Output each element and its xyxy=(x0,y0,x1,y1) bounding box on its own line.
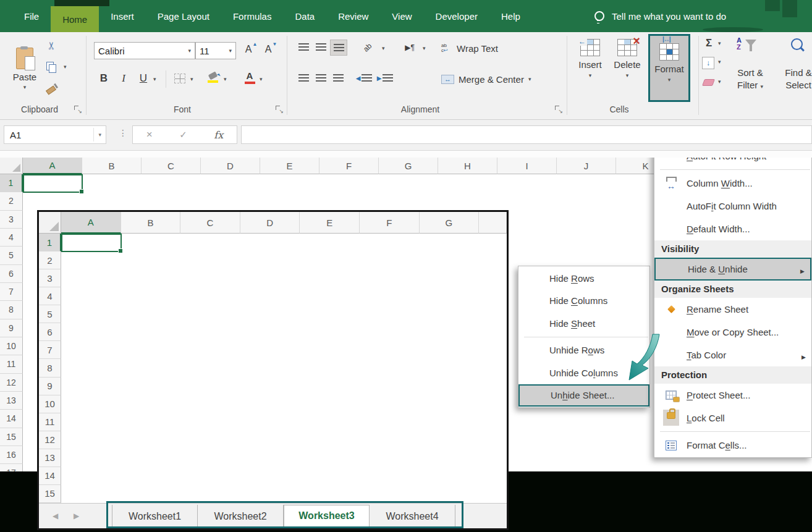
menu-tab-formulas[interactable]: Formulas xyxy=(221,0,284,32)
menu-tab-page-layout[interactable]: Page Layout xyxy=(146,0,221,32)
column-header-I[interactable]: I xyxy=(497,158,557,174)
clipboard-dialog-launcher-icon[interactable] xyxy=(74,106,81,112)
row-header-6[interactable]: 6 xyxy=(0,265,23,283)
row-header-8[interactable]: 8 xyxy=(0,301,23,319)
delete-cells-button[interactable]: Delete ▾ xyxy=(609,34,645,102)
row-header-5[interactable]: 5 xyxy=(0,247,23,264)
menu-tab-file[interactable]: File xyxy=(12,0,51,32)
format-menu-item-rename-sheet[interactable]: Rename Sheet xyxy=(654,298,811,321)
align-center-button[interactable] xyxy=(313,70,329,85)
row-header-4[interactable]: 4 xyxy=(0,229,23,247)
row-header-17[interactable]: 17 xyxy=(0,464,23,471)
font-size-select[interactable]: 11 ▾ xyxy=(195,42,236,59)
row-header-1[interactable]: 1 xyxy=(0,174,23,192)
column-header-E[interactable]: E xyxy=(260,158,319,174)
row-header-9[interactable]: 9 xyxy=(0,319,23,337)
formula-bar-grip-icon[interactable]: ⋮ xyxy=(119,128,127,138)
font-color-button[interactable]: A xyxy=(242,69,257,87)
sort-filter-button[interactable]: Sort & Filter ▾ xyxy=(733,67,768,91)
italic-button[interactable]: I xyxy=(116,70,131,87)
font-name-select[interactable]: Calibri ▾ xyxy=(94,42,195,59)
borders-button[interactable] xyxy=(173,72,187,85)
copy-dropdown-icon[interactable]: ▾ xyxy=(64,64,67,70)
select-all-corner[interactable] xyxy=(0,158,23,174)
row-header-14[interactable]: 14 xyxy=(0,410,23,428)
cancel-button[interactable]: × xyxy=(146,129,153,141)
underline-button[interactable]: U xyxy=(136,70,151,87)
column-header-D[interactable]: D xyxy=(201,158,260,174)
menu-tab-view[interactable]: View xyxy=(380,0,423,32)
autosum-button[interactable]: Σ xyxy=(702,37,716,49)
row-header-7[interactable]: 7 xyxy=(0,283,23,301)
row-header-16[interactable]: 16 xyxy=(0,446,23,464)
clear-dropdown-icon[interactable]: ▾ xyxy=(718,79,721,85)
format-menu-item-format-cells[interactable]: Format Cells... xyxy=(654,434,811,457)
find-select-button[interactable]: Find & Select xyxy=(780,67,812,91)
column-header-A[interactable]: A xyxy=(23,158,82,174)
column-header-B[interactable]: B xyxy=(82,158,142,174)
hide-submenu-item-hide-sheet[interactable]: Hide Sheet xyxy=(518,312,649,335)
row-header-13[interactable]: 13 xyxy=(0,392,23,410)
insert-function-button[interactable]: fx xyxy=(214,129,223,141)
row-header-2[interactable]: 2 xyxy=(0,192,23,210)
format-menu-item-tab-color[interactable]: Tab Color xyxy=(654,344,811,366)
orientation-dropdown-icon[interactable]: ▾ xyxy=(382,46,385,51)
name-box[interactable]: A1 ▾ xyxy=(4,125,106,144)
underline-dropdown-icon[interactable]: ▾ xyxy=(153,77,156,82)
increase-indent-button[interactable]: ▶ xyxy=(376,70,394,85)
row-header-11[interactable]: 11 xyxy=(0,355,23,373)
decrease-indent-button[interactable]: ◀ xyxy=(355,70,373,85)
text-direction-dropdown-icon[interactable]: ▾ xyxy=(423,46,426,51)
format-menu-item-hide-unhide[interactable]: Hide & Unhide xyxy=(654,258,811,281)
hide-submenu-item-hide-rows[interactable]: Hide Rows xyxy=(518,267,649,290)
format-menu-item-autofit-column-width[interactable]: AutoFit Column Width xyxy=(654,195,811,217)
text-direction-button[interactable]: ▶¶ xyxy=(400,40,419,56)
align-right-button[interactable] xyxy=(330,70,346,85)
fill-color-dropdown-icon[interactable]: ▾ xyxy=(224,77,227,82)
fill-color-button[interactable] xyxy=(205,69,220,87)
font-color-dropdown-icon[interactable]: ▾ xyxy=(260,77,263,82)
menu-tab-insert[interactable]: Insert xyxy=(99,0,146,32)
column-header-J[interactable]: J xyxy=(557,158,616,174)
format-menu-item-protect-sheet[interactable]: Protect Sheet... xyxy=(654,384,811,407)
clear-button[interactable] xyxy=(702,78,714,87)
copy-button[interactable] xyxy=(44,61,57,73)
insert-cells-button[interactable]: Insert ▾ xyxy=(572,34,608,102)
enter-button[interactable]: ✓ xyxy=(179,129,187,140)
menu-tab-developer[interactable]: Developer xyxy=(424,0,489,32)
bottom-align-button[interactable] xyxy=(330,40,347,56)
middle-align-button[interactable] xyxy=(313,40,329,54)
format-menu-item-default-width[interactable]: Default Width... xyxy=(654,217,811,240)
merge-center-button[interactable]: ↔ Merge & Center ▾ xyxy=(441,70,531,88)
formula-input[interactable] xyxy=(241,125,812,144)
format-painter-button[interactable] xyxy=(43,82,59,95)
align-left-button[interactable] xyxy=(295,70,311,85)
top-align-button[interactable] xyxy=(295,40,311,54)
wrap-text-button[interactable]: abc↩ Wrap Text xyxy=(441,40,498,57)
menu-tab-help[interactable]: Help xyxy=(489,0,532,32)
row-header-10[interactable]: 10 xyxy=(0,337,23,355)
grow-font-button[interactable]: A▲ xyxy=(240,41,257,58)
row-header-15[interactable]: 15 xyxy=(0,428,23,446)
selected-cell-A1[interactable] xyxy=(23,174,83,193)
orientation-button[interactable] xyxy=(358,40,377,56)
cut-button[interactable]: ✂ xyxy=(44,38,59,54)
autosum-dropdown-icon[interactable]: ▾ xyxy=(718,41,721,46)
hide-submenu-item-unhide-sheet[interactable]: Unhide Sheet... xyxy=(518,384,649,407)
format-menu-item-lock-cell[interactable]: Lock Cell xyxy=(654,407,811,429)
row-header-12[interactable]: 12 xyxy=(0,374,23,392)
shrink-font-button[interactable]: A▼ xyxy=(260,41,277,58)
bold-button[interactable]: B xyxy=(96,70,111,87)
column-header-F[interactable]: F xyxy=(319,158,379,174)
tell-me-box[interactable]: Tell me what you want to do xyxy=(594,0,726,32)
format-cells-menu-button[interactable]: Format ▾ xyxy=(648,34,690,102)
hide-submenu-item-hide-columns[interactable]: Hide Columns xyxy=(518,290,649,313)
row-header-3[interactable]: 3 xyxy=(0,211,23,229)
borders-dropdown-icon[interactable]: ▾ xyxy=(190,77,193,82)
name-box-dropdown-icon[interactable]: ▾ xyxy=(94,132,106,138)
menu-tab-review[interactable]: Review xyxy=(326,0,380,32)
fill-button[interactable]: ↓ xyxy=(702,57,714,69)
format-menu-item-column-width[interactable]: Column Width... xyxy=(654,172,811,195)
menu-tab-home[interactable]: Home xyxy=(51,6,99,32)
column-header-H[interactable]: H xyxy=(438,158,497,174)
